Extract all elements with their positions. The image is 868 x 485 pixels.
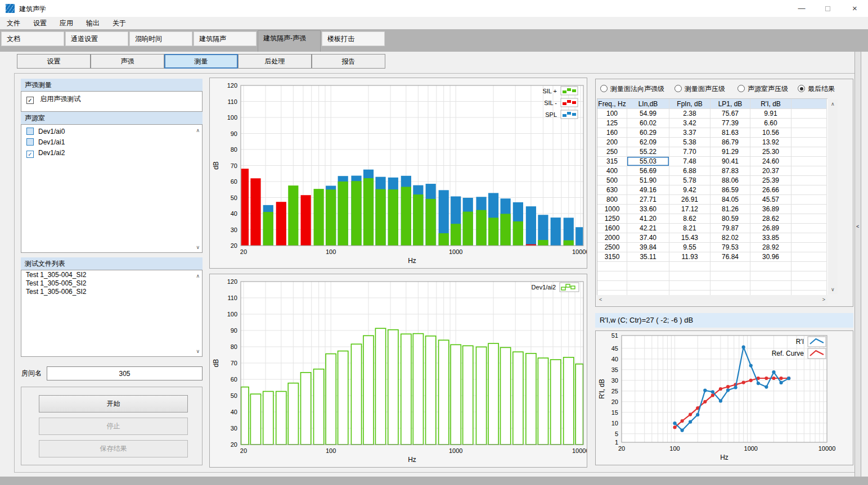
table-cell[interactable]: 82.02	[710, 233, 750, 243]
table-cell[interactable]: 33.85	[750, 233, 791, 243]
table-cell[interactable]	[710, 262, 750, 271]
result-view-radio[interactable]: 测量面声压级	[674, 84, 725, 93]
test-file-item[interactable]: Test 1_305-006_SI2	[21, 287, 202, 296]
table-cell[interactable]: 41.20	[627, 214, 669, 224]
table-cell[interactable]: 200	[597, 138, 627, 147]
scroll-down-icon[interactable]: ∨	[831, 287, 835, 292]
table-cell[interactable]: 6.60	[750, 119, 791, 128]
table-cell[interactable]	[750, 291, 791, 295]
table-cell[interactable]: 88.06	[710, 176, 750, 185]
table-cell[interactable]	[597, 262, 627, 271]
table-cell[interactable]: 1250	[597, 214, 627, 224]
table-cell[interactable]	[669, 271, 710, 281]
table-cell[interactable]	[791, 185, 827, 195]
panel-splitter[interactable]: <	[854, 52, 861, 477]
scroll-down-icon[interactable]: ∨	[196, 244, 200, 250]
table-cell[interactable]: 37.40	[627, 233, 669, 243]
table-cell[interactable]: 315	[597, 157, 627, 166]
table-cell[interactable]: 10.56	[750, 128, 791, 138]
subtab[interactable]: 报告	[312, 54, 385, 69]
table-cell[interactable]: 3.37	[669, 128, 710, 138]
table-cell[interactable]: 3.42	[669, 119, 710, 128]
result-view-radio[interactable]: 声源室声压级	[737, 84, 788, 93]
table-cell[interactable]	[597, 271, 627, 281]
table-cell[interactable]: 11.93	[669, 252, 710, 262]
table-cell[interactable]	[791, 281, 827, 291]
table-cell[interactable]: 9.55	[669, 243, 710, 252]
table-cell[interactable]: 76.84	[710, 252, 750, 262]
table-cell[interactable]: 17.12	[669, 205, 710, 214]
table-cell[interactable]	[791, 252, 827, 262]
table-cell[interactable]: 100	[597, 109, 627, 119]
table-cell[interactable]: 81.26	[710, 205, 750, 214]
table-cell[interactable]: 2500	[597, 243, 627, 252]
table-cell[interactable]: 24.60	[750, 157, 791, 166]
table-cell[interactable]: 630	[597, 185, 627, 195]
table-cell[interactable]: 1000	[597, 205, 627, 214]
table-cell[interactable]: 800	[597, 195, 627, 205]
table-cell[interactable]: 87.83	[710, 166, 750, 176]
table-cell[interactable]: 5.78	[669, 176, 710, 185]
channel-row[interactable]: Dev1/ai0	[21, 125, 202, 135]
table-header-cell[interactable]: FpIn, dB	[669, 99, 710, 109]
table-header-cell[interactable]	[791, 99, 827, 109]
table-cell[interactable]	[791, 291, 827, 295]
main-tab[interactable]: 通道设置	[65, 31, 128, 46]
table-cell[interactable]	[627, 262, 669, 271]
table-cell[interactable]: 39.84	[627, 243, 669, 252]
table-cell[interactable]	[791, 214, 827, 224]
table-cell[interactable]: 86.59	[710, 185, 750, 195]
test-file-item[interactable]: Test 1_305-004_SI2	[21, 270, 202, 279]
table-cell[interactable]: 79.87	[710, 224, 750, 233]
menu-item[interactable]: 输出	[80, 17, 106, 29]
table-cell[interactable]: 2000	[597, 233, 627, 243]
table-cell[interactable]	[597, 281, 627, 291]
table-cell[interactable]	[791, 119, 827, 128]
table-cell[interactable]: 90.41	[710, 157, 750, 166]
subtab[interactable]: 后处理	[238, 54, 312, 69]
result-view-radio[interactable]: 测量面法向声强级	[600, 84, 664, 93]
table-cell[interactable]: 250	[597, 147, 627, 157]
collapse-arrow-icon[interactable]: <	[856, 224, 859, 229]
table-cell[interactable]: 60.29	[627, 128, 669, 138]
scroll-up-icon[interactable]: ∧	[831, 101, 835, 107]
table-cell[interactable]: 33.60	[627, 205, 669, 214]
table-cell[interactable]	[750, 271, 791, 281]
table-cell[interactable]: 6.88	[669, 166, 710, 176]
main-tab[interactable]: 建筑隔声-声强	[258, 30, 321, 52]
table-cell[interactable]	[791, 147, 827, 157]
table-cell[interactable]: 54.99	[627, 109, 669, 119]
radio-icon[interactable]	[737, 85, 745, 92]
table-cell[interactable]: 56.69	[627, 166, 669, 176]
table-cell[interactable]	[750, 281, 791, 291]
table-cell[interactable]	[791, 233, 827, 243]
table-cell[interactable]: 20.37	[750, 166, 791, 176]
start-button[interactable]: 开始	[39, 395, 188, 413]
main-tab[interactable]: 文档	[1, 31, 64, 46]
table-cell[interactable]	[791, 205, 827, 214]
table-cell[interactable]: 500	[597, 176, 627, 185]
table-cell[interactable]: 55.22	[627, 147, 669, 157]
table-cell[interactable]	[597, 291, 627, 295]
table-cell[interactable]: 80.59	[710, 214, 750, 224]
table-cell[interactable]: 8.21	[669, 224, 710, 233]
table-cell[interactable]: 25.39	[750, 176, 791, 185]
table-cell[interactable]	[791, 271, 827, 281]
table-cell[interactable]: 55.03	[627, 157, 669, 166]
stop-button[interactable]: 停止	[39, 418, 188, 435]
table-cell[interactable]	[791, 243, 827, 252]
table-header-cell[interactable]: R'I, dB	[750, 99, 791, 109]
radio-icon[interactable]	[600, 85, 608, 92]
table-cell[interactable]	[791, 176, 827, 185]
table-cell[interactable]: 36.89	[750, 205, 791, 214]
enable-si-row[interactable]: ✓ 启用声强测试	[21, 92, 202, 102]
table-cell[interactable]	[710, 291, 750, 295]
table-cell[interactable]	[669, 291, 710, 295]
table-cell[interactable]: 28.92	[750, 243, 791, 252]
result-view-radio[interactable]: 最后结果	[798, 84, 835, 93]
subtab[interactable]: 测量	[164, 54, 238, 69]
table-header-cell[interactable]: LP1, dB	[710, 99, 750, 109]
table-cell[interactable]: 91.29	[710, 147, 750, 157]
table-cell[interactable]: 160	[597, 128, 627, 138]
save-results-button[interactable]: 保存结果	[39, 440, 188, 457]
